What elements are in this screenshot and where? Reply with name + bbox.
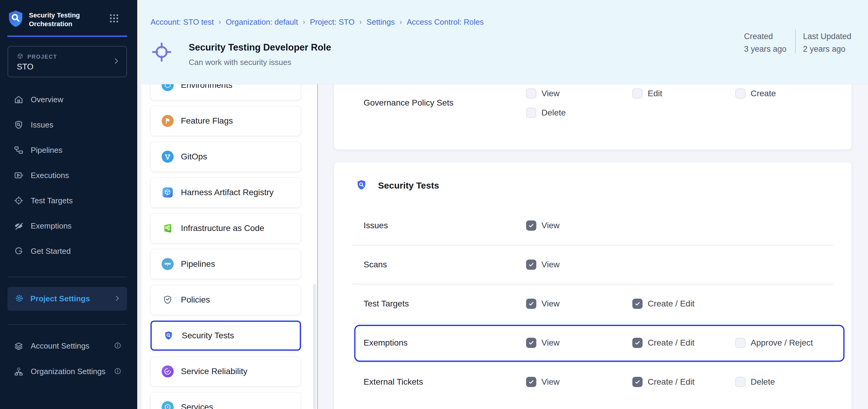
sidebar-bottom-nav: Account SettingsOrganization Settings [0,333,137,384]
module-card-feature-flags[interactable]: Feature Flags [151,106,301,136]
sidebar-item-label: Test Targets [31,196,73,205]
sidebar-item-exemptions[interactable]: Exemptions [0,213,137,238]
sidebar-item-project-settings[interactable]: Project Settings [7,287,127,311]
sidebar-item-account-settings[interactable]: Account Settings [0,333,137,359]
permission-checkbox-view[interactable]: View [526,260,559,270]
permission-checkbox-create[interactable]: Create [735,89,776,99]
permission-checkbox-edit[interactable]: Edit [632,89,662,99]
checkbox-box [735,89,745,99]
checkbox-box [526,260,536,270]
module-card-gitops[interactable]: GitOps [151,142,301,172]
module-card-policies[interactable]: Policies [151,285,301,315]
app-logo-shield-icon [8,10,24,28]
gitops-icon [162,151,174,163]
module-card-harness-artifact-registry[interactable]: Harness Artifact Registry [151,177,301,207]
sidebar-item-pipelines[interactable]: Pipelines [0,137,137,163]
sidebar-item-executions[interactable]: Executions [0,163,137,188]
module-card-infrastructure-as-code[interactable]: Infrastructure as Code [151,213,301,243]
sidebar-item-label: Exemptions [31,221,72,231]
checkbox-box [735,377,745,387]
permission-checkbox-view[interactable]: View [526,338,559,348]
sidebar-item-label: Get Started [31,247,71,256]
page-title: Security Testing Developer Role [189,42,331,53]
permission-checkbox-view[interactable]: View [526,377,559,387]
module-label: Security Tests [182,331,234,340]
resource-name: Issues [364,221,388,230]
sidebar-item-overview[interactable]: Overview [0,87,137,112]
module-list-scrollbar[interactable] [313,284,316,409]
module-switcher-grid-icon[interactable] [109,13,119,25]
permission-slot: View [526,338,559,348]
permission-checkbox-create-edit[interactable]: Create / Edit [632,338,695,348]
sidebar-item-get-started[interactable]: Get Started [0,238,137,264]
module-card-service-reliability[interactable]: Service Reliability [151,356,301,386]
checkbox-label: Create [751,89,776,98]
checkbox-box [735,338,745,348]
resource-name: Scans [364,260,387,269]
check-icon [634,379,641,385]
module-label: Feature Flags [181,116,233,126]
pipelines-icon [13,145,24,155]
checkbox-label: Create / Edit [648,299,695,309]
checkbox-label: Approve / Reject [751,338,813,348]
gear-icon [14,293,24,305]
policies-icon [162,294,174,306]
breadcrumb-separator: › [359,18,362,26]
last-updated-meta: Last Updated 2 years ago [803,30,851,55]
permission-checkbox-view[interactable]: View [526,299,559,309]
breadcrumb-link-4[interactable]: Settings [367,18,395,27]
breadcrumb-link-3[interactable]: Project: STO [310,18,354,27]
checkbox-box [526,299,536,309]
checkbox-box [632,377,643,387]
checkbox-label: View [541,338,559,348]
checkbox-label: Delete [751,377,775,387]
home-icon [13,95,24,105]
sidebar-divider [7,324,127,325]
module-card-security-tests[interactable]: Security Tests [151,320,301,351]
sidebar-item-test-targets[interactable]: Test Targets [0,188,137,213]
checkbox-label: Create / Edit [648,338,695,348]
chevron-right-icon [113,295,121,303]
resource-name: Exemptions [364,338,407,348]
info-icon[interactable] [114,367,122,376]
permission-checkbox-create-edit[interactable]: Create / Edit [632,299,695,309]
project-cube-icon [17,53,24,61]
checkbox-label: View [541,377,559,387]
permission-slot: Create / Edit [632,377,695,387]
permission-slot: View [526,377,559,387]
sidebar-item-issues[interactable]: Issues [0,112,137,137]
breadcrumb-link-5[interactable]: Access Control: Roles [407,18,484,27]
permission-checkbox-delete[interactable]: Delete [735,377,775,387]
permission-slot: View [526,220,559,231]
project-selector[interactable]: PROJECT STO [7,46,127,77]
permission-slot: View [526,299,559,309]
breadcrumb-link-1[interactable]: Account: STO test [151,18,214,27]
sidebar-accent-line [7,35,127,37]
permission-checkbox-view[interactable]: View [526,220,559,231]
module-card-services[interactable]: Services [151,392,301,409]
resource-name: External Tickets [364,377,423,387]
permission-checkbox-create-edit[interactable]: Create / Edit [632,377,695,387]
last-updated-label: Last Updated [803,30,851,43]
chevron-right-icon [112,57,120,65]
app-title: Security Testing Orchestration [29,11,80,28]
info-icon [114,367,122,375]
checkbox-label: View [541,299,559,309]
permission-checkbox-view[interactable]: View [526,89,559,99]
sidebar-item-label: Executions [31,171,69,180]
get-started-icon [13,246,24,256]
permission-checkbox-approve-reject[interactable]: Approve / Reject [735,338,813,348]
permission-slot: Delete [735,377,775,387]
breadcrumb-link-2[interactable]: Organization: default [226,18,298,27]
governance-edit-slot: Edit [632,89,662,99]
project-selector-top: PROJECT [17,53,57,61]
sidebar-item-organization-settings[interactable]: Organization Settings [0,359,137,384]
security-tests-icon [162,330,175,342]
info-icon[interactable] [114,342,122,351]
sidebar-item-label: Organization Settings [31,367,106,376]
permission-slot: Create / Edit [632,338,695,348]
module-card-pipelines[interactable]: Pipelines [151,249,301,279]
services-icon [162,401,174,409]
security-tests-shield-icon [354,177,368,194]
permission-checkbox-delete[interactable]: Delete [526,108,566,118]
